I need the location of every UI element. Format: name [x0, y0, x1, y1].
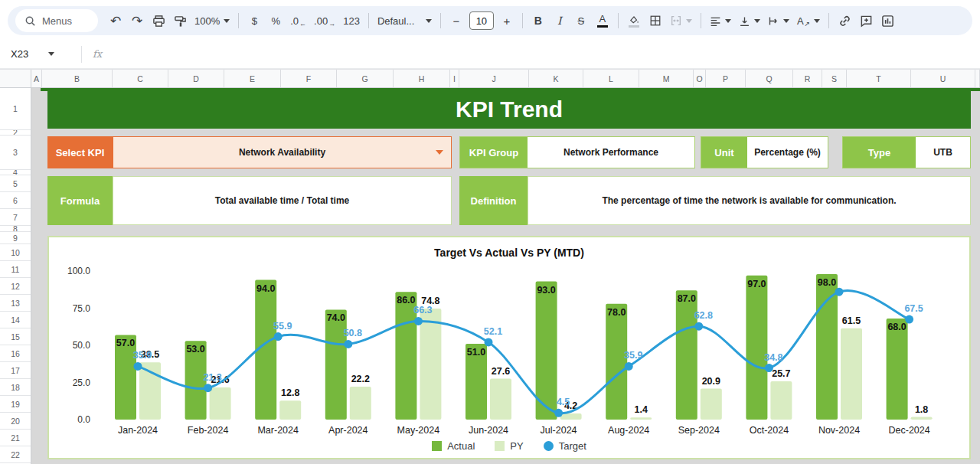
- column-header-L[interactable]: L: [583, 70, 639, 87]
- print-button[interactable]: [149, 10, 168, 31]
- row-header-9[interactable]: 9: [0, 232, 31, 244]
- column-header-P[interactable]: P: [706, 70, 746, 87]
- target-data-label: 35.9: [133, 350, 152, 361]
- legend-item-py: PY: [495, 440, 523, 452]
- unit-value[interactable]: Percentage (%): [747, 137, 828, 168]
- arrow-right-icon: →: [328, 20, 335, 28]
- fill-color-icon: [629, 15, 639, 24]
- column-header-E[interactable]: E: [224, 70, 281, 87]
- definition-value[interactable]: The percentage of time the network is av…: [528, 176, 971, 225]
- formula-value[interactable]: Total available time / Total time: [113, 176, 452, 225]
- x-axis-label: Oct-2024: [750, 425, 789, 436]
- menus-search[interactable]: Menus: [15, 9, 98, 32]
- currency-format-button[interactable]: $: [244, 10, 264, 31]
- increase-decimal-button[interactable]: .00→: [311, 10, 338, 31]
- redo-button[interactable]: ↷: [127, 10, 147, 31]
- paint-format-button[interactable]: [170, 10, 190, 31]
- column-header-G[interactable]: G: [337, 70, 394, 87]
- search-icon: [24, 15, 36, 27]
- decrease-font-size-button[interactable]: −: [446, 10, 466, 31]
- row-header-8[interactable]: 8: [0, 226, 31, 232]
- row-header-5[interactable]: 5: [0, 175, 31, 192]
- bold-button[interactable]: B: [528, 10, 548, 31]
- column-header-J[interactable]: J: [459, 70, 529, 87]
- text-color-button[interactable]: A: [593, 10, 612, 31]
- merge-cells-button[interactable]: [667, 10, 695, 31]
- kpi-select-dropdown[interactable]: Network Availability: [113, 136, 452, 168]
- row-header-18[interactable]: 18: [0, 379, 31, 396]
- font-select[interactable]: Defaul...: [374, 10, 435, 31]
- legend-item-actual: Actual: [432, 440, 475, 452]
- row-header-2[interactable]: 2: [0, 130, 31, 136]
- chevron-down-icon: [725, 19, 731, 23]
- column-header-R[interactable]: R: [793, 70, 822, 87]
- column-header-B[interactable]: B: [42, 70, 113, 87]
- row-header-6[interactable]: 6: [0, 192, 31, 209]
- horizontal-align-button[interactable]: [707, 10, 734, 31]
- font-size-input[interactable]: 10: [469, 11, 494, 30]
- target-data-label: 4.5: [557, 397, 570, 407]
- insert-chart-button[interactable]: [877, 10, 897, 31]
- column-header-S[interactable]: S: [822, 70, 847, 87]
- row-header-1[interactable]: 1: [0, 88, 31, 130]
- column-header-U[interactable]: U: [911, 70, 975, 87]
- text-wrap-button[interactable]: [765, 10, 792, 31]
- py-data-label: 27.6: [492, 366, 510, 377]
- number-format-button[interactable]: 123: [340, 10, 363, 31]
- row-header-14[interactable]: 14: [0, 312, 31, 328]
- column-header-C[interactable]: C: [113, 70, 168, 87]
- row-header-22[interactable]: 22: [0, 446, 31, 463]
- row-header-7[interactable]: 7: [0, 209, 31, 226]
- select-all-corner[interactable]: [0, 70, 31, 87]
- row-header-3[interactable]: 3: [0, 136, 31, 170]
- increase-font-size-button[interactable]: +: [497, 10, 517, 31]
- sheet-canvas[interactable]: KPI Trend Select KPI Network Availabilit…: [31, 88, 980, 464]
- column-header-M[interactable]: M: [639, 70, 694, 87]
- fill-color-swatch: [629, 25, 639, 28]
- column-header-T[interactable]: T: [847, 70, 911, 87]
- py-data-label: 22.2: [351, 374, 370, 384]
- percent-format-button[interactable]: %: [266, 10, 286, 31]
- kpi-group-value[interactable]: Network Performance: [528, 137, 694, 168]
- column-header-F[interactable]: F: [281, 70, 337, 87]
- column-header-A[interactable]: A: [31, 70, 42, 87]
- insert-link-button[interactable]: [835, 10, 854, 31]
- column-header-D[interactable]: D: [168, 70, 224, 87]
- column-header-Q[interactable]: Q: [746, 70, 793, 87]
- row-header-11[interactable]: 11: [0, 261, 31, 278]
- column-header-I[interactable]: I: [450, 70, 459, 87]
- row-header-21[interactable]: 21: [0, 430, 31, 446]
- row-header-10[interactable]: 10: [0, 244, 31, 261]
- row-header-15[interactable]: 15: [0, 328, 31, 345]
- text-rotation-button[interactable]: A↗: [794, 10, 823, 31]
- target-point: [905, 315, 913, 324]
- insert-comment-button[interactable]: [856, 10, 876, 31]
- column-header-H[interactable]: H: [394, 70, 450, 87]
- type-value[interactable]: UTB: [916, 137, 970, 168]
- row-header-20[interactable]: 20: [0, 413, 31, 430]
- vertical-align-icon: [739, 15, 750, 27]
- column-header-K[interactable]: K: [529, 70, 583, 87]
- undo-button[interactable]: ↶: [106, 10, 126, 31]
- kpi-chart-card[interactable]: Target Vs Actual Vs PY (MTD) 100.075.050…: [47, 236, 971, 459]
- column-header-O[interactable]: O: [694, 70, 706, 87]
- row-header-12[interactable]: 12: [0, 278, 31, 295]
- row-header-13[interactable]: 13: [0, 295, 31, 312]
- italic-button[interactable]: I: [550, 10, 570, 31]
- name-box[interactable]: X23: [0, 48, 74, 60]
- bar-py: [841, 328, 862, 420]
- chevron-down-icon: [814, 19, 820, 23]
- row-header-19[interactable]: 19: [0, 396, 31, 413]
- fill-color-button[interactable]: [624, 10, 644, 31]
- strikethrough-button[interactable]: S: [571, 10, 591, 31]
- row-header-16[interactable]: 16: [0, 345, 31, 362]
- row-header-4[interactable]: 4: [0, 170, 31, 175]
- chevron-down-icon: [783, 19, 789, 23]
- vertical-align-button[interactable]: [736, 10, 763, 31]
- row-header-17[interactable]: 17: [0, 362, 31, 379]
- borders-button[interactable]: [645, 10, 665, 31]
- decrease-decimal-button[interactable]: .0←: [287, 10, 309, 31]
- chevron-down-icon: [686, 19, 692, 23]
- zoom-control[interactable]: 100%: [191, 10, 233, 31]
- cell-reference: X23: [11, 48, 28, 60]
